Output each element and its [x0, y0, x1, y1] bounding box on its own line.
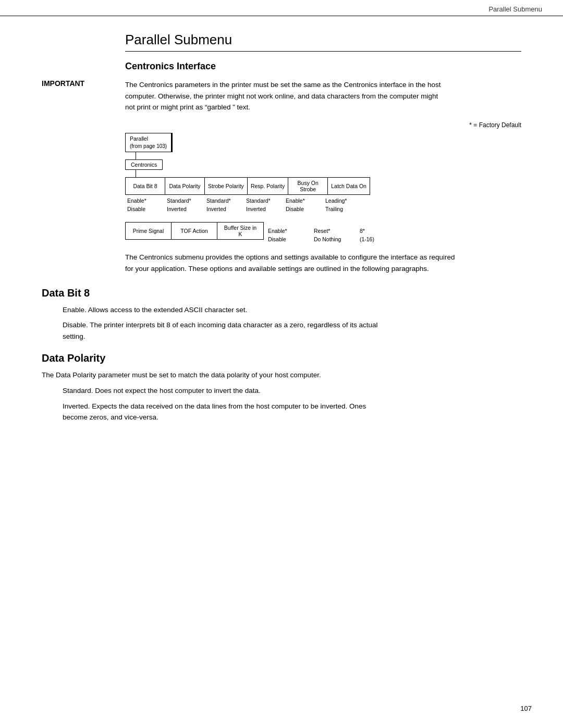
- opt-busy-on-strobe: Enable*Disable: [284, 197, 323, 214]
- opt-data-bit-8: Enable*Disable: [125, 197, 165, 214]
- data-polarity-intro: The Data Polarity parameter must be set …: [42, 369, 386, 381]
- important-text: The Centronics parameters in the printer…: [125, 79, 448, 113]
- data-polarity-standard: Standard. Does not expect the host compu…: [63, 385, 386, 397]
- opt-prime-signal: Enable*Disable: [266, 227, 312, 244]
- item-resp-polarity: Resp. Polarity: [248, 178, 288, 194]
- vline1: [136, 152, 136, 159]
- header-title: Parallel Submenu: [488, 5, 542, 13]
- items-outer: Data Bit 8 Data Polarity Strobe Polarity…: [125, 177, 370, 195]
- opt-data-polarity: Standard*Inverted: [165, 197, 204, 214]
- description-text: The Centronics submenu provides the opti…: [125, 252, 459, 274]
- opt-resp-polarity: Standard*Inverted: [244, 197, 284, 214]
- tree-top: Parallel(from page 103) Centronics Data …: [125, 133, 521, 244]
- centronics-heading: Centronics Interface: [125, 61, 521, 72]
- parallel-node: Parallel(from page 103): [125, 133, 173, 153]
- opt-buffer-size: 8*(1-16): [358, 227, 403, 244]
- item-tof-action: TOF Action: [172, 223, 217, 239]
- item-data-polarity: Data Polarity: [165, 178, 205, 194]
- factory-default-note: * = Factory Default: [125, 121, 521, 129]
- items-outer2: Prime Signal TOF Action Buffer Size inK: [125, 222, 264, 240]
- items-options-row2: Enable*Disable Reset*Do Nothing 8*(1-16): [266, 227, 403, 244]
- opt-latch-data-on: Leading*Trailing: [323, 197, 363, 214]
- content-area: Parallel Submenu Centronics Interface IM…: [0, 16, 563, 465]
- item-data-bit-8: Data Bit 8: [126, 178, 165, 194]
- vline2: [136, 170, 136, 177]
- item-latch-data-on: Latch Data On: [328, 178, 370, 194]
- title-rule: [125, 51, 521, 52]
- centronics-node: Centronics: [125, 159, 163, 170]
- item-prime-signal: Prime Signal: [126, 223, 172, 239]
- page-title: Parallel Submenu: [125, 32, 521, 48]
- data-bit-8-heading: Data Bit 8: [42, 287, 521, 299]
- page-number: 107: [520, 705, 532, 712]
- header-bar: Parallel Submenu: [0, 0, 563, 16]
- items-row1: Data Bit 8 Data Polarity Strobe Polarity…: [125, 177, 521, 214]
- data-polarity-heading: Data Polarity: [42, 352, 521, 364]
- important-label: IMPORTANT: [42, 79, 125, 113]
- data-polarity-inverted: Inverted. Expects the data received on t…: [63, 401, 386, 423]
- data-bit-8-section: Data Bit 8 Enable. Allows access to the …: [42, 287, 521, 342]
- items-options-row1: Enable*Disable Standard*Inverted Standar…: [125, 197, 363, 214]
- items-row2: Prime Signal TOF Action Buffer Size inK …: [125, 214, 403, 244]
- diagram-container: Parallel(from page 103) Centronics Data …: [125, 133, 521, 244]
- item-buffer-size: Buffer Size inK: [217, 223, 263, 239]
- opt-tof-action: Reset*Do Nothing: [312, 227, 358, 244]
- item-strobe-polarity: Strobe Polarity: [205, 178, 248, 194]
- item-busy-on-strobe: Busy OnStrobe: [288, 178, 328, 194]
- page-container: Parallel Submenu Parallel Submenu Centro…: [0, 0, 563, 728]
- opt-strobe-polarity: Standard*Inverted: [204, 197, 244, 214]
- data-bit-8-disable: Disable. The printer interprets bit 8 of…: [63, 319, 386, 342]
- data-polarity-section: Data Polarity The Data Polarity paramete…: [42, 352, 521, 423]
- important-block: IMPORTANT The Centronics parameters in t…: [42, 79, 521, 113]
- data-bit-8-enable: Enable. Allows access to the extended AS…: [63, 304, 386, 316]
